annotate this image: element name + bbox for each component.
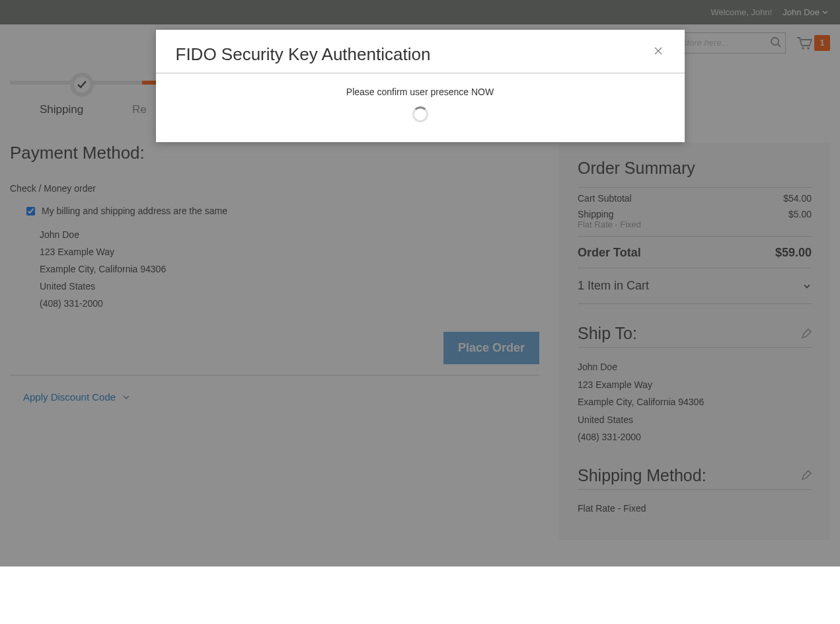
fido-auth-modal: FIDO Security Key Authentication Please … <box>156 30 685 142</box>
modal-container: FIDO Security Key Authentication Please … <box>0 0 840 566</box>
close-icon <box>653 46 664 56</box>
modal-title: FIDO Security Key Authentication <box>176 44 431 65</box>
modal-body-text: Please confirm user presence NOW <box>176 87 665 97</box>
loading-spinner-icon <box>412 106 428 122</box>
modal-close-button[interactable] <box>652 44 665 58</box>
